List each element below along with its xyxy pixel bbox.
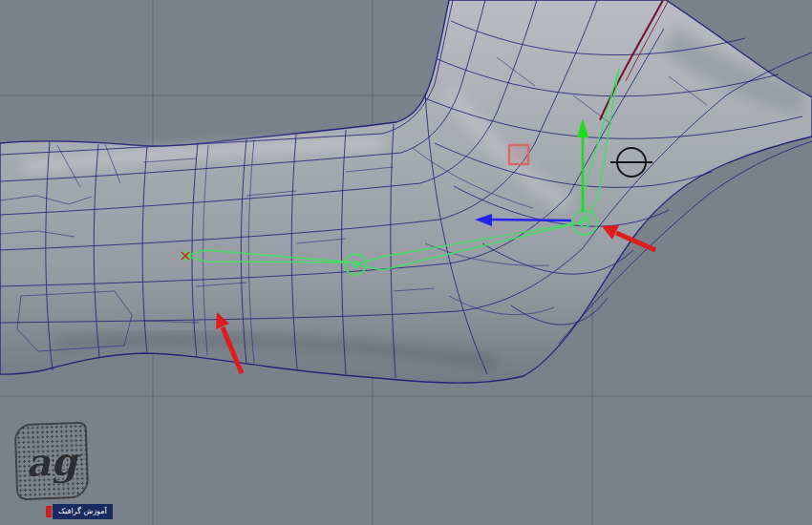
watermark: ag [15,423,88,499]
selection-handle-square[interactable] [509,145,528,164]
banner-red-mark [46,506,52,517]
watermark-logo-icon: ag [14,422,90,501]
watermark-logo-text: ag [25,438,77,485]
watermark-banner: آموزش گرافیک [46,504,113,519]
arm-mesh[interactable] [0,0,812,383]
viewport[interactable]: ag آموزش گرافیک [0,0,812,525]
scene-canvas [0,0,812,525]
banner-text: آموزش گرافیک [53,504,113,519]
